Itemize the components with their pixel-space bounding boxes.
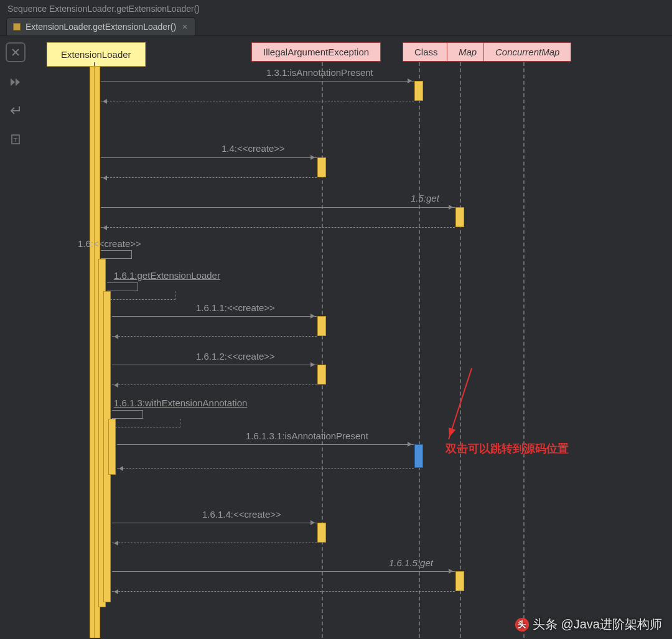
msg-return-131 xyxy=(101,101,414,101)
activation-1613[interactable] xyxy=(108,419,116,475)
actor-map[interactable]: Map xyxy=(447,42,488,62)
msg-return-1614 xyxy=(112,543,317,543)
watermark: 头 头条 @Java进阶架构师 xyxy=(515,616,662,633)
msg-call-1613[interactable] xyxy=(112,410,143,419)
msg-label-1613: 1.6.1.3:withExtensionAnnotation xyxy=(114,398,247,408)
msg-call-1615[interactable] xyxy=(112,571,455,572)
msg-call-16131[interactable] xyxy=(117,444,414,445)
lifeline-map xyxy=(460,62,461,638)
msg-call-16[interactable] xyxy=(101,250,132,259)
watermark-text: 头条 @Java进阶架构师 xyxy=(533,616,662,633)
export-button[interactable]: T xyxy=(7,131,24,148)
msg-return-1615 xyxy=(112,591,455,592)
actor-illegalargument[interactable]: IllegalArgumentException xyxy=(251,42,381,62)
msg-call-1614[interactable] xyxy=(112,523,317,523)
msg-call-14[interactable] xyxy=(101,157,317,158)
msg-return-15 xyxy=(101,227,455,228)
actor-class[interactable]: Class xyxy=(403,42,450,62)
svg-marker-2 xyxy=(11,78,15,86)
msg-return-14 xyxy=(101,177,317,178)
msg-label-15: 1.5:get xyxy=(411,193,439,203)
fast-forward-icon xyxy=(11,78,21,86)
msg-label-16: 1.6:<<create>> xyxy=(78,238,141,249)
window-title: Sequence ExtensionLoader.getExtensionLoa… xyxy=(0,0,672,17)
actor-concurrentmap[interactable]: ConcurrentMap xyxy=(483,42,571,62)
lifeline-concurrentmap xyxy=(523,62,525,638)
msg-call-1611[interactable] xyxy=(112,316,317,317)
msg-label-1615: 1.6.1.5:get xyxy=(389,557,433,568)
msg-label-16131: 1.6.1.3.1:isAnnotationPresent xyxy=(246,431,368,441)
activation-iae-1614[interactable] xyxy=(317,523,326,543)
tab-bar: ExtensionLoader.getExtensionLoader() × xyxy=(0,17,672,36)
msg-label-131: 1.3.1:isAnnotationPresent xyxy=(266,67,373,78)
activation-map-1615[interactable] xyxy=(455,571,464,591)
msg-call-161[interactable] xyxy=(107,282,138,291)
x-icon xyxy=(11,47,21,57)
msg-label-161: 1.6.1:getExtensionLoader xyxy=(114,270,220,281)
close-diagram-button[interactable] xyxy=(6,42,26,62)
tab-label: ExtensionLoader.getExtensionLoader() xyxy=(26,22,176,32)
svg-marker-3 xyxy=(16,78,20,86)
close-icon[interactable]: × xyxy=(181,22,189,32)
msg-label-14: 1.4:<<create>> xyxy=(222,143,285,154)
sequence-diagram[interactable]: ExtensionLoader IllegalArgumentException… xyxy=(31,36,672,638)
tab-sequence[interactable]: ExtensionLoader.getExtensionLoader() × xyxy=(6,17,195,35)
msg-return-161 xyxy=(107,291,175,300)
svg-text:T: T xyxy=(14,137,17,143)
activation-map-15[interactable] xyxy=(455,207,464,227)
annotation-text: 双击可以跳转到源码位置 xyxy=(446,441,569,457)
msg-return-16131 xyxy=(117,468,414,469)
side-toolbar: T xyxy=(0,36,31,638)
activation-class-16131[interactable] xyxy=(414,444,423,468)
main-panel: T ExtensionLoader IllegalArgumentExcepti… xyxy=(0,36,672,638)
msg-return-1611 xyxy=(112,336,317,337)
interface-icon xyxy=(13,23,21,30)
msg-call-15[interactable] xyxy=(101,207,455,208)
lifeline-class xyxy=(419,62,420,638)
msg-label-1614: 1.6.1.4:<<create>> xyxy=(202,509,281,520)
activation-class-131[interactable] xyxy=(414,81,423,101)
actor-extensionloader[interactable]: ExtensionLoader xyxy=(47,42,146,67)
back-button[interactable] xyxy=(7,102,24,119)
document-icon: T xyxy=(11,134,20,144)
msg-call-1612[interactable] xyxy=(112,365,317,365)
return-icon xyxy=(11,106,21,115)
activation-iae-1612[interactable] xyxy=(317,365,326,385)
activation-iae-14[interactable] xyxy=(317,157,326,177)
msg-call-131[interactable] xyxy=(101,81,414,82)
msg-label-1611: 1.6.1.1:<<create>> xyxy=(196,302,275,313)
lifeline-illegalargument xyxy=(322,62,323,638)
msg-label-1612: 1.6.1.2:<<create>> xyxy=(196,351,275,361)
msg-return-1613 xyxy=(112,419,180,427)
activation-iae-1611[interactable] xyxy=(317,316,326,336)
play-button[interactable] xyxy=(7,73,24,91)
msg-return-1612 xyxy=(112,385,317,385)
toutiao-icon: 头 xyxy=(515,618,529,632)
